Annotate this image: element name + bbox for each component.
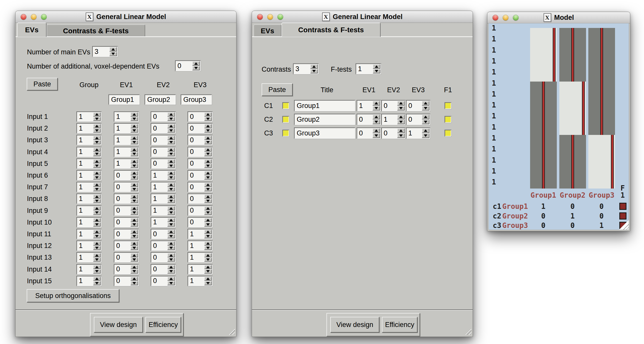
contrast-enable-checkbox[interactable]	[282, 102, 289, 109]
ev3-weight-spinbox[interactable]: 0	[406, 100, 430, 111]
titlebar[interactable]: X Model	[487, 12, 630, 23]
group-spinbox[interactable]: 1	[77, 241, 101, 251]
ev1-spinbox[interactable]: 0	[114, 182, 139, 192]
contrast-enable-checkbox[interactable]	[282, 130, 289, 136]
ev2-spinbox-down-button[interactable]	[167, 164, 175, 168]
group-spinbox-down-button[interactable]	[93, 258, 101, 262]
num-main-evs-spinbox-up-button[interactable]	[109, 47, 117, 52]
num-main-evs-spinbox[interactable]: 3	[92, 46, 118, 57]
ev2-spinbox-down-button[interactable]	[167, 246, 175, 250]
tab-contrasts-ftests[interactable]: Contrasts & F-tests	[47, 24, 145, 37]
ev1-weight-spinbox-up-button[interactable]	[372, 128, 380, 133]
ev2-spinbox-up-button[interactable]	[167, 206, 175, 211]
ev3-spinbox-up-button[interactable]	[204, 159, 212, 164]
ev2-weight-spinbox-down-button[interactable]	[397, 106, 405, 111]
contrast-title-entry[interactable]: Group3	[294, 128, 355, 139]
num-voxel-evs-spinbox-up-button[interactable]	[192, 61, 200, 66]
ev3-weight-spinbox-down-button[interactable]	[422, 133, 429, 138]
group-spinbox[interactable]: 1	[77, 159, 101, 169]
ftest-include-checkbox[interactable]	[445, 116, 451, 123]
ev3-spinbox-down-button[interactable]	[204, 222, 212, 227]
contrasts-spinbox-down-button[interactable]	[310, 69, 318, 74]
ev2-spinbox-down-button[interactable]	[167, 140, 175, 145]
ev3-spinbox-up-button[interactable]	[204, 171, 212, 175]
ev2-spinbox-down-button[interactable]	[167, 176, 175, 180]
ev3-spinbox[interactable]: 0	[188, 159, 213, 169]
ev2-spinbox[interactable]: 0	[151, 159, 176, 169]
group-spinbox-down-button[interactable]	[93, 176, 101, 180]
ev1-spinbox-up-button[interactable]	[130, 194, 138, 199]
tab-evs[interactable]: EVs	[17, 23, 47, 37]
ev2-spinbox[interactable]: 1	[151, 182, 176, 192]
ev3-spinbox-down-button[interactable]	[204, 211, 212, 215]
ev1-weight-spinbox-down-button[interactable]	[372, 120, 380, 124]
ev2-weight-spinbox-down-button[interactable]	[397, 120, 405, 124]
group-spinbox-down-button[interactable]	[93, 199, 101, 203]
ev2-weight-spinbox[interactable]: 1	[381, 114, 406, 125]
group-spinbox-up-button[interactable]	[93, 148, 101, 152]
ev2-spinbox[interactable]: 0	[151, 112, 176, 122]
ev2-spinbox-down-button[interactable]	[167, 222, 175, 227]
ev3-spinbox-down-button[interactable]	[204, 117, 212, 121]
num-main-evs-spinbox-down-button[interactable]	[109, 52, 117, 56]
ev3-spinbox-up-button[interactable]	[204, 136, 212, 140]
ev2-spinbox-down-button[interactable]	[167, 152, 175, 156]
ev3-spinbox-down-button[interactable]	[204, 281, 212, 285]
ev2-spinbox-up-button[interactable]	[167, 124, 175, 128]
ev3-spinbox-down-button[interactable]	[204, 152, 212, 156]
tab-evs[interactable]: EVs	[253, 24, 281, 37]
ev3-weight-spinbox-up-button[interactable]	[422, 115, 429, 119]
ev3-spinbox-up-button[interactable]	[204, 112, 212, 117]
ev2-spinbox[interactable]: 1	[151, 170, 176, 180]
ev1-weight-spinbox-down-button[interactable]	[372, 106, 380, 111]
ev2-spinbox[interactable]: 1	[151, 217, 176, 227]
titlebar[interactable]: X General Linear Model	[16, 11, 236, 23]
ev2-spinbox[interactable]: 0	[151, 229, 176, 239]
ev3-weight-spinbox[interactable]: 0	[406, 114, 430, 125]
ev1-spinbox-down-button[interactable]	[130, 152, 138, 156]
group-spinbox-up-button[interactable]	[93, 171, 101, 175]
setup-orthogonalisations-button[interactable]: Setup orthogonalisations	[27, 289, 119, 302]
group-spinbox-down-button[interactable]	[93, 269, 101, 274]
resize-grip[interactable]	[464, 328, 471, 335]
ev3-spinbox-down-button[interactable]	[204, 164, 212, 168]
ev3-spinbox[interactable]: 1	[188, 252, 213, 262]
ev1-spinbox-up-button[interactable]	[130, 112, 138, 117]
group-spinbox[interactable]: 1	[77, 112, 101, 122]
ev2-spinbox-up-button[interactable]	[167, 194, 175, 199]
ev1-spinbox-down-button[interactable]	[130, 258, 138, 262]
ev2-spinbox-up-button[interactable]	[167, 159, 175, 164]
group-spinbox-down-button[interactable]	[93, 140, 101, 145]
group-spinbox[interactable]: 1	[77, 252, 101, 262]
group-spinbox[interactable]: 1	[77, 135, 101, 145]
ev1-spinbox[interactable]: 0	[114, 170, 139, 180]
efficiency-button[interactable]: Efficiency	[145, 317, 181, 333]
ev3-spinbox[interactable]: 1	[188, 229, 213, 239]
ev2-spinbox[interactable]: 0	[151, 264, 176, 274]
paste-button[interactable]: Paste	[27, 78, 58, 90]
ftests-spinbox-up-button[interactable]	[373, 64, 380, 69]
ev3-spinbox-up-button[interactable]	[204, 183, 212, 187]
group-spinbox[interactable]: 1	[77, 182, 101, 192]
ev3-spinbox[interactable]: 1	[188, 276, 213, 286]
group-spinbox[interactable]: 1	[77, 229, 101, 239]
ev3-spinbox[interactable]: 0	[188, 206, 213, 216]
ev1-spinbox-down-button[interactable]	[130, 234, 138, 239]
ev2-spinbox[interactable]: 1	[151, 206, 176, 216]
group-spinbox-up-button[interactable]	[93, 194, 101, 199]
ev1-spinbox-down-button[interactable]	[130, 199, 138, 203]
ev3-spinbox[interactable]: 0	[188, 123, 213, 133]
group-spinbox-down-button[interactable]	[93, 129, 101, 133]
ev1-spinbox[interactable]: 1	[114, 112, 139, 122]
group-spinbox-up-button[interactable]	[93, 136, 101, 140]
group-spinbox-down-button[interactable]	[93, 281, 101, 285]
ev1-spinbox-down-button[interactable]	[130, 246, 138, 250]
ev3-spinbox-down-button[interactable]	[204, 129, 212, 133]
view-design-button[interactable]: View design	[330, 317, 379, 333]
ev1-spinbox-up-button[interactable]	[130, 277, 138, 281]
contrast-enable-checkbox[interactable]	[282, 116, 289, 123]
tab-contrasts-ftests[interactable]: Contrasts & F-tests	[281, 23, 381, 37]
group-spinbox-down-button[interactable]	[93, 211, 101, 215]
ev2-weight-spinbox[interactable]: 0	[381, 100, 406, 111]
ev3-spinbox-down-button[interactable]	[204, 234, 212, 239]
